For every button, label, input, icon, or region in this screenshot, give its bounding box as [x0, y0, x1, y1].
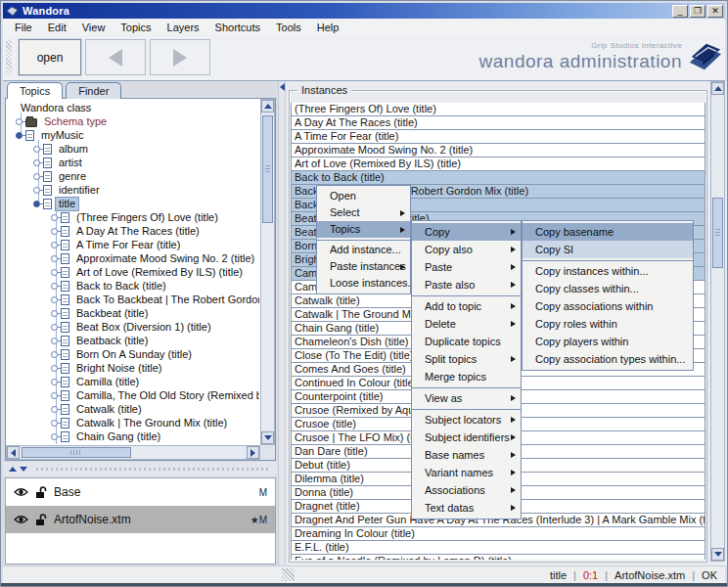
menu-item[interactable]: Copy basename: [523, 223, 693, 241]
menu-item[interactable]: View as: [412, 389, 521, 407]
eye-icon[interactable]: [14, 515, 28, 524]
menu-item[interactable]: Select: [317, 204, 410, 221]
tree-item[interactable]: Backbeat (title): [8, 306, 259, 320]
tree-expand-handle[interactable]: [51, 338, 58, 344]
close-button[interactable]: ✕: [707, 5, 723, 18]
tree-item[interactable]: Camilla (title): [8, 375, 259, 388]
menu-item[interactable]: Loose instances...: [317, 275, 410, 292]
instance-row[interactable]: Dreaming In Colour (title): [291, 526, 705, 541]
tree-item[interactable]: Art of Love (Remixed By ILS) (title): [8, 265, 259, 279]
menu-item[interactable]: Text datas: [412, 499, 521, 517]
minimize-button[interactable]: _: [672, 5, 688, 18]
tree-item[interactable]: myMusic: [8, 128, 259, 142]
pane-splitter[interactable]: [278, 81, 286, 565]
instance-row[interactable]: A Time For Fear (title): [291, 129, 705, 144]
tree-expand-handle[interactable]: [33, 173, 40, 180]
tree-item[interactable]: artist: [8, 156, 259, 169]
scroll-right-icon[interactable]: [247, 446, 259, 459]
menu-item[interactable]: Copy classes within...: [523, 280, 693, 297]
tree-item[interactable]: Approximate Mood Swing No. 2 (title): [8, 251, 259, 265]
menubar-item[interactable]: File: [7, 20, 40, 35]
menu-item[interactable]: Subject identifiers: [412, 429, 521, 446]
menu-item[interactable]: Copy also: [412, 241, 521, 258]
tree-item[interactable]: identifier: [8, 183, 259, 197]
status-grip[interactable]: [282, 568, 295, 581]
menu-item[interactable]: Base names: [412, 446, 521, 464]
tree-item[interactable]: Chain Gang (title): [8, 429, 259, 443]
tree-item[interactable]: Born On A Sunday (title): [8, 347, 259, 361]
tree-expand-handle[interactable]: [16, 132, 23, 139]
instance-row[interactable]: (Three Fingers Of) Love (title): [291, 103, 705, 116]
menu-item[interactable]: Copy roles within: [523, 315, 693, 333]
tree-item[interactable]: album: [8, 142, 259, 156]
tree-expand-handle[interactable]: [51, 406, 58, 413]
tree-expand-handle[interactable]: [51, 228, 58, 235]
tab[interactable]: Topics: [7, 82, 63, 99]
tree-item[interactable]: Schema type: [8, 114, 259, 128]
menubar-item[interactable]: Help: [309, 20, 347, 35]
menu-item[interactable]: Merge topics: [412, 368, 521, 385]
menubar-item[interactable]: View: [74, 20, 114, 35]
menubar-item[interactable]: Topics: [113, 20, 159, 35]
layers-splitter[interactable]: [3, 462, 277, 476]
menu-item[interactable]: Copy instances within...: [523, 262, 693, 280]
tree-item[interactable]: A Day At The Races (title): [8, 224, 259, 238]
tree-vertical-scrollbar[interactable]: [260, 99, 275, 445]
tree-horizontal-scrollbar[interactable]: [6, 445, 260, 460]
tree-item[interactable]: title: [8, 197, 259, 210]
collapse-left-icon[interactable]: [280, 83, 285, 91]
instance-row[interactable]: Art of Love (Remixed By ILS) (title): [291, 157, 705, 171]
tree-item[interactable]: Catwalk | The Ground Mix (title): [8, 416, 259, 429]
menu-item[interactable]: Subject locators: [412, 411, 521, 429]
menu-item[interactable]: Paste instances: [317, 258, 410, 275]
tree-item[interactable]: genre: [8, 169, 259, 183]
tree-expand-handle[interactable]: [16, 118, 23, 125]
collapse-down-icon[interactable]: [20, 467, 27, 472]
tree-expand-handle[interactable]: [51, 214, 58, 221]
tree-expand-handle[interactable]: [51, 392, 58, 399]
tree-item[interactable]: Catwalk (title): [8, 402, 259, 416]
scroll-up-icon[interactable]: [261, 100, 274, 113]
menu-item[interactable]: Delete: [412, 315, 521, 333]
menu-item[interactable]: Copy SI: [523, 241, 693, 258]
menu-item[interactable]: Paste also: [412, 276, 521, 294]
tree-item[interactable]: Wandora class: [8, 101, 259, 114]
tree-expand-handle[interactable]: [33, 159, 40, 166]
tree-item[interactable]: Beat Box (Diversion 1) (title): [8, 320, 259, 334]
menu-item[interactable]: Topics: [317, 221, 410, 238]
tree-item[interactable]: Beatback (title): [8, 334, 259, 347]
eye-icon[interactable]: [14, 487, 28, 497]
forward-button[interactable]: [150, 39, 210, 75]
splitter-grip[interactable]: [36, 468, 271, 471]
instance-row[interactable]: Eye of a Needle (Remixed by Lemon D) (ti…: [291, 554, 705, 560]
menu-item[interactable]: Add to topic: [412, 297, 521, 315]
menu-item[interactable]: Copy players within: [523, 333, 693, 350]
tree-item[interactable]: Bright Noise (title): [8, 361, 259, 375]
instance-row[interactable]: A Day At The Races (title): [291, 115, 705, 130]
maximize-button[interactable]: ❐: [690, 5, 705, 18]
title-bar[interactable]: Wandora _ ❐ ✕: [3, 3, 725, 19]
toolbar-grip[interactable]: [6, 40, 12, 75]
tab[interactable]: Finder: [66, 82, 121, 99]
collapse-up-icon[interactable]: [9, 467, 17, 472]
menubar-item[interactable]: Tools: [268, 20, 309, 35]
tree-expand-handle[interactable]: [51, 379, 58, 385]
tree-expand-handle[interactable]: [51, 242, 58, 248]
tree-expand-handle[interactable]: [51, 283, 58, 290]
unlock-icon[interactable]: [35, 486, 47, 499]
menu-item[interactable]: Split topics: [412, 350, 521, 368]
tree-item[interactable]: A Time For Fear (title): [8, 238, 259, 251]
tree-item[interactable]: (Three Fingers Of) Love (title): [8, 210, 259, 224]
menu-item[interactable]: Copy association types within...: [523, 350, 693, 368]
back-button[interactable]: [85, 39, 146, 75]
tree-item[interactable]: Chameleon's Dish (title): [8, 443, 259, 444]
instance-row[interactable]: Back to Back (title): [291, 170, 705, 185]
tree-expand-handle[interactable]: [51, 420, 58, 427]
menu-item[interactable]: Copy associations within: [523, 297, 693, 315]
scroll-up-icon[interactable]: [711, 82, 724, 95]
tree-expand-handle[interactable]: [51, 351, 58, 358]
tree-expand-handle[interactable]: [51, 255, 58, 262]
menubar-item[interactable]: Shortcuts: [207, 20, 268, 35]
instance-row[interactable]: E.F.L. (title): [291, 540, 705, 555]
scroll-down-icon[interactable]: [261, 431, 274, 444]
